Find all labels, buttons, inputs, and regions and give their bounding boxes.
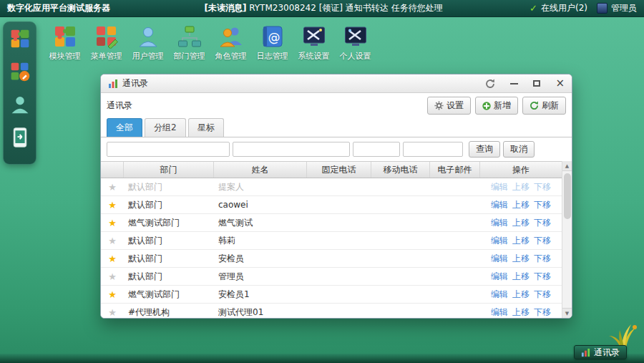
star-cell[interactable]: ★ (101, 253, 124, 264)
table-row: ★ 默认部门 韩莉 编辑上移下移 (101, 232, 562, 250)
settings-button[interactable]: 设置 (427, 97, 471, 115)
name-cell: 安检员1 (214, 289, 307, 301)
star-icon[interactable]: ★ (108, 253, 117, 264)
toolbar-item-personal-settings[interactable]: 个人设置 (335, 24, 376, 62)
user-avatar[interactable] (597, 3, 608, 14)
move-up-link[interactable]: 上移 (512, 307, 530, 317)
edit-link[interactable]: 编辑 (491, 182, 508, 192)
edit-link[interactable]: 编辑 (491, 271, 508, 281)
username-label[interactable]: 管理员 (611, 2, 637, 14)
online-users-label[interactable]: 在线用户(2) (541, 2, 587, 14)
minimize-button[interactable] (510, 83, 518, 84)
tab-all[interactable]: 全部 (107, 118, 142, 137)
toolbar-item-departments[interactable]: 部门管理 (169, 24, 210, 62)
toolbar-item-users[interactable]: 用户管理 (127, 24, 168, 62)
move-down-link[interactable]: 下移 (534, 271, 551, 281)
cancel-button[interactable]: 取消 (503, 141, 535, 158)
star-icon[interactable]: ★ (108, 182, 117, 193)
maximize-button[interactable] (533, 80, 540, 87)
contacts-table: 部门 姓名 固定电话 移动电话 电子邮件 操作 ★ 默认部门 提案人 编辑上移下… (101, 161, 572, 318)
dept-cell: 默认部门 (124, 253, 214, 265)
edit-link[interactable]: 编辑 (491, 289, 508, 299)
star-cell[interactable]: ★ (101, 236, 124, 246)
tab-starred[interactable]: 星标 (188, 118, 224, 137)
notification-message[interactable]: [未读消息] RYTM23008242 [领证] 通知书转达 任务待您处理 (117, 2, 530, 14)
search-name-input[interactable] (233, 142, 350, 157)
toolbar-item-menus[interactable]: 菜单管理 (86, 24, 127, 62)
move-down-link[interactable]: 下移 (534, 236, 551, 246)
move-down-link[interactable]: 下移 (534, 307, 551, 317)
move-down-link[interactable]: 下移 (534, 289, 551, 299)
edit-link[interactable]: 编辑 (491, 236, 508, 246)
star-cell[interactable]: ★ (101, 200, 124, 210)
edit-link[interactable]: 编辑 (491, 253, 508, 263)
window-titlebar[interactable]: 通讯录 × (101, 74, 572, 93)
app-titlebar: 数字化应用平台测试服务器 [未读消息] RYTM23008242 [领证] 通知… (0, 0, 644, 17)
name-cell: caowei (214, 200, 307, 210)
star-icon[interactable]: ★ (108, 307, 117, 318)
email-column-header[interactable]: 电子邮件 (430, 162, 480, 178)
edit-link[interactable]: 编辑 (491, 200, 508, 210)
move-up-link[interactable]: 上移 (512, 289, 530, 299)
star-cell[interactable]: ★ (101, 182, 124, 193)
close-button[interactable]: × (555, 78, 565, 89)
star-cell[interactable]: ★ (101, 289, 124, 300)
refresh-button[interactable]: 刷新 (522, 97, 566, 115)
add-button[interactable]: 新增 (475, 97, 518, 115)
window-controls: × (485, 78, 565, 89)
move-up-link[interactable]: 上移 (512, 236, 530, 246)
scroll-down-arrow[interactable]: ▼ (562, 308, 572, 318)
move-down-link[interactable]: 下移 (534, 218, 551, 228)
notification-text: RYTM23008242 [领证] 通知书转达 任务待您处理 (246, 3, 442, 13)
star-icon[interactable]: ★ (108, 289, 117, 300)
toolbar-label: 模块管理 (49, 51, 81, 62)
star-cell[interactable]: ★ (101, 218, 124, 228)
scroll-up-arrow[interactable]: ▲ (562, 161, 572, 171)
main-toolbar: 模块管理 菜单管理 用户管理 部门管理 角色管理 (44, 24, 376, 62)
move-up-link[interactable]: 上移 (512, 200, 530, 210)
row-actions: 编辑上移下移 (480, 306, 562, 319)
window-refresh-icon[interactable] (485, 79, 495, 89)
fixed-phone-column-header[interactable]: 固定电话 (307, 162, 371, 178)
dept-column-header[interactable]: 部门 (124, 162, 214, 178)
move-up-link[interactable]: 上移 (512, 182, 530, 192)
toolbar-item-modules[interactable]: 模块管理 (44, 24, 85, 62)
star-icon[interactable]: ★ (108, 200, 117, 210)
star-icon[interactable]: ★ (108, 218, 117, 228)
tab-group2[interactable]: 分组2 (145, 118, 186, 137)
contacts-icon[interactable] (9, 94, 31, 115)
move-up-link[interactable]: 上移 (512, 218, 530, 228)
move-down-link[interactable]: 下移 (534, 200, 551, 210)
toolbar-item-logs[interactable]: @ 日志管理 (252, 24, 293, 62)
search-dept-input[interactable] (107, 142, 230, 157)
search-mobile-phone-input[interactable] (403, 142, 463, 157)
name-cell: 管理员 (214, 271, 307, 283)
mobile-phone-column-header[interactable]: 移动电话 (371, 162, 430, 178)
settings-button-label: 设置 (447, 100, 464, 112)
star-cell[interactable]: ★ (101, 307, 124, 318)
move-up-link[interactable]: 上移 (512, 271, 530, 281)
table-row: ★ 默认部门 管理员 编辑上移下移 (101, 268, 562, 286)
move-down-link[interactable]: 下移 (534, 182, 551, 192)
move-up-link[interactable]: 上移 (512, 253, 530, 263)
toolbar-item-system-settings[interactable]: 系统设置 (293, 24, 334, 62)
modules-icon[interactable] (9, 28, 31, 49)
row-actions: 编辑上移下移 (480, 181, 562, 193)
search-fixed-phone-input[interactable] (353, 142, 400, 157)
scrollbar-thumb[interactable] (564, 173, 571, 219)
query-button[interactable]: 查询 (469, 141, 500, 158)
move-down-link[interactable]: 下移 (534, 253, 551, 263)
table-row: ★ 默认部门 安检员 编辑上移下移 (101, 250, 562, 268)
name-column-header[interactable]: 姓名 (214, 162, 307, 178)
star-icon[interactable]: ★ (108, 271, 117, 282)
mobile-sync-icon[interactable] (9, 127, 31, 148)
star-icon[interactable]: ★ (108, 236, 117, 246)
apps-edit-icon[interactable] (9, 61, 31, 82)
toolbar-item-roles[interactable]: 角色管理 (210, 24, 251, 62)
edit-link[interactable]: 编辑 (491, 307, 508, 317)
vertical-scrollbar[interactable]: ▲ ▼ (562, 161, 572, 318)
toolbar-label: 系统设置 (298, 51, 330, 62)
edit-link[interactable]: 编辑 (491, 218, 508, 228)
taskbar-item-contacts[interactable]: 通讯录 (574, 345, 627, 359)
star-cell[interactable]: ★ (101, 271, 124, 282)
